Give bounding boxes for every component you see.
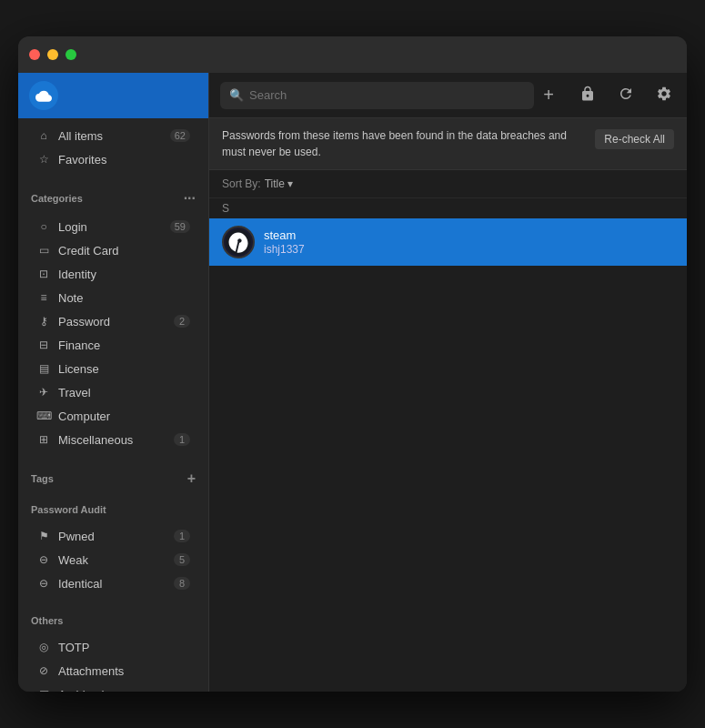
list-item[interactable]: steam ishj1337 [209, 218, 687, 266]
travel-label: Travel [58, 386, 190, 399]
star-icon: ☆ [36, 152, 51, 167]
sidebar-item-note[interactable]: ≡ Note [24, 286, 203, 309]
refresh-button[interactable] [614, 82, 638, 109]
recheck-button[interactable]: Re-check All [595, 129, 674, 149]
identical-icon: ⊖ [36, 576, 51, 591]
note-label: Note [58, 291, 190, 305]
finance-label: Finance [58, 339, 190, 352]
all-items-label: All items [58, 129, 170, 143]
traffic-lights [29, 49, 76, 60]
app-window: ⌂ All items 62 ☆ Favorites Categories ··… [18, 36, 687, 692]
sidebar-item-archived[interactable]: ▦ Archived [24, 682, 203, 692]
sort-value-text: Title [265, 177, 285, 190]
weak-label: Weak [58, 553, 174, 567]
login-icon: ○ [36, 219, 51, 234]
password-label: Password [58, 315, 174, 329]
item-avatar [222, 226, 255, 258]
sidebar-item-favorites[interactable]: ☆ Favorites [24, 147, 203, 171]
chevron-down-icon: ▾ [287, 177, 293, 190]
computer-label: Computer [58, 410, 190, 423]
sidebar-item-password[interactable]: ⚷ Password 2 [24, 309, 203, 333]
item-info: steam ishj1337 [264, 228, 674, 256]
titlebar [18, 36, 687, 73]
add-button[interactable]: + [543, 85, 554, 106]
archive-icon: ▦ [36, 687, 51, 692]
item-title: steam [264, 228, 674, 242]
search-box[interactable]: 🔍 [220, 82, 534, 109]
login-count: 59 [170, 220, 190, 233]
list-header: Sort By: Title ▾ [209, 170, 687, 198]
sidebar-item-license[interactable]: ▤ License [24, 357, 203, 380]
totp-icon: ◎ [36, 640, 51, 654]
computer-icon: ⌨ [36, 409, 51, 423]
license-label: License [58, 362, 190, 376]
sidebar-item-identical[interactable]: ⊖ Identical 8 [24, 571, 203, 595]
note-icon: ≡ [36, 290, 51, 305]
app-logo[interactable] [29, 81, 58, 110]
sidebar-header [18, 73, 208, 118]
sidebar-item-pwned[interactable]: ⚑ Pwned 1 [24, 524, 203, 548]
sidebar-item-credit-card[interactable]: ▭ Credit Card [24, 238, 203, 262]
sidebar-item-finance[interactable]: ⊟ Finance [24, 333, 203, 357]
sidebar-item-computer[interactable]: ⌨ Computer [24, 404, 203, 428]
login-label: Login [58, 220, 170, 234]
sidebar-item-attachments[interactable]: ⊘ Attachments [24, 659, 203, 682]
search-icon: 🔍 [229, 88, 244, 102]
close-button[interactable] [29, 49, 40, 60]
favorites-label: Favorites [58, 153, 190, 167]
minimize-button[interactable] [47, 49, 58, 60]
misc-icon: ⊞ [36, 432, 51, 447]
sidebar: ⌂ All items 62 ☆ Favorites Categories ··… [18, 73, 209, 692]
finance-icon: ⊟ [36, 338, 51, 352]
identical-count: 8 [174, 577, 190, 590]
credit-card-label: Credit Card [58, 244, 190, 258]
identity-icon: ⊡ [36, 267, 51, 281]
attachments-label: Attachments [58, 664, 190, 678]
travel-icon: ✈ [36, 385, 51, 399]
pwned-label: Pwned [58, 530, 174, 543]
categories-more-btn[interactable]: ··· [184, 191, 196, 206]
pwned-count: 1 [174, 530, 190, 542]
tags-add-btn[interactable]: + [187, 471, 196, 486]
audit-section: ⚑ Pwned 1 ⊖ Weak 5 ⊖ Identical 8 [18, 519, 208, 601]
tags-section-header: Tags + [18, 464, 208, 490]
item-subtitle: ishj1337 [264, 243, 674, 256]
svg-point-1 [238, 239, 241, 242]
fullscreen-button[interactable] [65, 49, 76, 60]
top-actions: + [543, 82, 676, 109]
all-items-count: 62 [170, 129, 190, 142]
password-icon: ⚷ [36, 314, 51, 329]
others-label: Others [31, 615, 63, 626]
sidebar-item-totp[interactable]: ◎ TOTP [24, 635, 203, 659]
credit-card-icon: ▭ [36, 243, 51, 258]
others-section-header: Others [18, 608, 208, 630]
top-nav-section: ⌂ All items 62 ☆ Favorites [18, 118, 208, 177]
license-icon: ▤ [36, 361, 51, 376]
sidebar-item-miscellaneous[interactable]: ⊞ Miscellaneous 1 [24, 428, 203, 451]
lock-button[interactable] [576, 82, 599, 109]
audit-label: Password Audit [31, 504, 106, 515]
weak-count: 5 [174, 553, 190, 566]
settings-button[interactable] [652, 82, 676, 109]
list-section-letter: S [209, 198, 687, 218]
categories-section: ○ Login 59 ▭ Credit Card ⊡ Identity ≡ No… [18, 209, 208, 457]
sidebar-item-login[interactable]: ○ Login 59 [24, 215, 203, 238]
breach-banner: Passwords from these items have been fou… [209, 118, 687, 170]
misc-count: 1 [174, 433, 190, 446]
audit-section-header: Password Audit [18, 497, 208, 519]
sidebar-item-weak[interactable]: ⊖ Weak 5 [24, 548, 203, 571]
misc-label: Miscellaneous [58, 433, 174, 447]
sidebar-item-travel[interactable]: ✈ Travel [24, 380, 203, 404]
tags-label: Tags [31, 473, 54, 484]
sidebar-item-identity[interactable]: ⊡ Identity [24, 262, 203, 286]
right-panel: 🔍 + [209, 73, 687, 692]
sidebar-item-all[interactable]: ⌂ All items 62 [24, 124, 203, 147]
search-input[interactable] [249, 88, 525, 102]
sort-value[interactable]: Title ▾ [265, 177, 293, 190]
breach-message: Passwords from these items have been fou… [222, 127, 586, 160]
pwned-icon: ⚑ [36, 529, 51, 543]
categories-section-header: Categories ··· [18, 184, 208, 209]
identical-label: Identical [58, 577, 174, 591]
totp-label: TOTP [58, 641, 190, 654]
identity-label: Identity [58, 268, 190, 281]
